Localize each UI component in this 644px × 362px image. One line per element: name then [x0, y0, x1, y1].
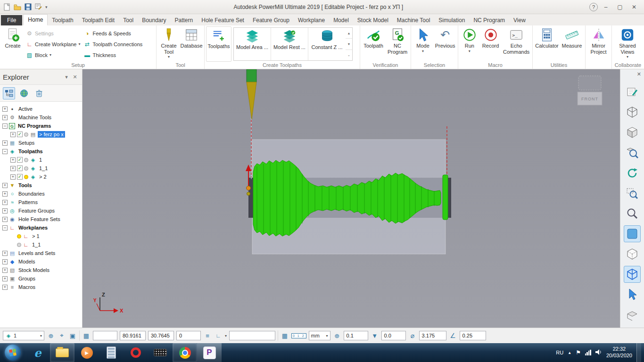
expand-icon[interactable]: + [2, 217, 8, 222]
coordinate-z-field[interactable]: 0 [176, 331, 201, 340]
coordinate-list-icon[interactable]: ≡ [203, 332, 212, 339]
collapse-icon[interactable]: − [2, 149, 8, 154]
expand-icon[interactable]: + [2, 191, 8, 197]
tree-item-nc-programs[interactable]: −GNC Programs [0, 122, 82, 130]
tree-item-setups[interactable]: +▦Setups [0, 139, 82, 147]
block-status-icon[interactable]: ▦ [281, 332, 289, 339]
expand-icon[interactable]: + [2, 200, 8, 205]
check-icon[interactable]: ✓ [17, 157, 23, 163]
selection-previous-button[interactable]: ↶ Previous [434, 26, 456, 62]
visibility-bulb-icon[interactable] [17, 243, 21, 247]
check-icon[interactable]: ✓ [17, 174, 23, 180]
expand-icon[interactable]: + [10, 166, 16, 171]
network-icon[interactable] [585, 350, 591, 355]
tip-radius-icon[interactable]: ∠ [449, 332, 457, 339]
settings-button[interactable]: ⚙ Settings [25, 29, 82, 38]
ruler-icon[interactable]: 0 1 2 [291, 333, 306, 338]
zoom-to-fit-button[interactable] [624, 144, 641, 161]
calculator-button[interactable]: Calculator [534, 26, 560, 62]
shared-views-button[interactable]: Shared Views ▾ [613, 26, 642, 62]
collapse-icon[interactable]: − [2, 123, 8, 129]
active-toolpath-combo[interactable]: ◈ 1 ▾ [3, 331, 44, 340]
tab-model[interactable]: Model [329, 15, 353, 25]
tab-home[interactable]: Home [23, 14, 48, 25]
wireframe-display-button[interactable] [624, 266, 641, 283]
collapse-icon[interactable]: − [2, 225, 8, 230]
graphics-viewport[interactable]: FRONT [83, 69, 620, 328]
gallery-scroll-down-icon[interactable]: ▼ [346, 39, 352, 49]
tree-item-tools[interactable]: +▼Tools [0, 181, 82, 189]
tab-simulation[interactable]: Simulation [434, 15, 469, 25]
thickness-tool-icon[interactable]: ▼ [371, 332, 379, 339]
tab-toolpath[interactable]: Toolpath [48, 15, 77, 25]
tab-workplane[interactable]: Workplane [294, 15, 329, 25]
viewport-scene[interactable]: FRONT [83, 69, 620, 328]
new-project-icon[interactable] [4, 3, 10, 11]
tab-hole-feature-set[interactable]: Hole Feature Set [197, 15, 248, 25]
thickness-field[interactable]: 0.0 [381, 331, 406, 340]
hidden-line-view-button[interactable] [624, 246, 641, 263]
gallery-expand-icon[interactable]: ⌄ [346, 50, 352, 60]
save-project-icon[interactable] [25, 3, 32, 10]
tab-machine-tool[interactable]: Machine Tool [393, 15, 435, 25]
tip-radius-field[interactable]: 0.25 [460, 331, 486, 340]
tray-flag-icon[interactable]: ⚑ [576, 349, 581, 356]
tree-item-toolpaths[interactable]: −◈Toolpaths [0, 147, 82, 156]
tool-database-button[interactable]: Database [180, 26, 203, 62]
taskbar-powermill[interactable]: P [197, 343, 222, 362]
visibility-bulb-on-icon[interactable] [24, 175, 28, 179]
tab-feature-group[interactable]: Feature Group [248, 15, 294, 25]
show-desktop-button[interactable] [636, 343, 641, 362]
close-button[interactable]: ✕ [628, 2, 640, 12]
verify-nc-program-button[interactable]: G NC Program [386, 26, 409, 62]
tab-view[interactable]: View [509, 15, 530, 25]
help-button[interactable]: ? [589, 3, 598, 11]
taskbar-chrome[interactable] [173, 343, 197, 362]
shaded-cube-button[interactable] [624, 124, 641, 141]
expand-icon[interactable]: + [2, 285, 8, 290]
tree-item-toolpath-1-1[interactable]: +✓◈1_1 [0, 164, 82, 173]
tab-nc-program[interactable]: NC Program [469, 15, 509, 25]
minimize-button[interactable]: – [600, 2, 612, 12]
tree-item-patterns[interactable]: +≈Patterns [0, 198, 82, 206]
tree-item-machine-tools[interactable]: +⚙Machine Tools [0, 113, 82, 122]
active-workplane-field[interactable] [229, 331, 275, 340]
coordinate-x-field[interactable]: 80.9161 [120, 331, 146, 340]
tab-file[interactable]: File [1, 15, 22, 25]
explorer-delete-button[interactable] [33, 87, 45, 99]
grid-size-field[interactable] [93, 331, 117, 340]
taskbar-clock[interactable]: 22:32 20/03/2020 [606, 346, 632, 359]
partial-bottom-button[interactable] [624, 306, 641, 323]
tree-item-toolpath-1[interactable]: +✓◈1 [0, 156, 82, 164]
zoom-button[interactable] [624, 205, 641, 222]
tree-item-ferz-po-x[interactable]: +✓▤> ferz po x [0, 130, 82, 139]
gallery-item-constant-z[interactable]: Constant Z ... [308, 28, 346, 60]
shaded-display-button[interactable] [624, 225, 641, 242]
cursor-orientation-toggle-icon[interactable]: ⌖ [58, 332, 66, 339]
expand-icon[interactable]: + [2, 107, 8, 112]
workplane-mini-icon[interactable]: ∟ [214, 333, 223, 338]
cursor-position-toggle-icon[interactable]: ⊕ [47, 332, 55, 339]
select-cursor-button[interactable] [624, 286, 641, 303]
expand-icon[interactable]: + [2, 183, 8, 188]
tree-item-boundaries[interactable]: +○Boundaries [0, 189, 82, 198]
tab-toolpath-edit[interactable]: Toolpath Edit [78, 15, 119, 25]
tab-boundary[interactable]: Boundary [138, 15, 170, 25]
explorer-web-button[interactable] [18, 87, 30, 99]
zoom-window-button[interactable] [624, 185, 641, 202]
tab-stock-model[interactable]: Stock Model [353, 15, 393, 25]
verify-toolpath-button[interactable]: Toolpath [362, 26, 385, 62]
tree-item-workplane-1-1[interactable]: ∟1_1 [0, 240, 82, 249]
tolerance-field[interactable]: 0.1 [344, 331, 368, 340]
thickness-button[interactable]: ▬ Thickness [82, 50, 144, 59]
tree-item-models[interactable]: +◆Models [0, 257, 82, 266]
visibility-bulb-icon[interactable] [24, 158, 28, 162]
expand-icon[interactable]: + [2, 259, 8, 264]
units-combo[interactable]: mm ▾ [309, 331, 330, 340]
tree-item-toolpath-2[interactable]: +✓◈> 2 [0, 173, 82, 181]
explorer-close-icon[interactable]: ✕ [71, 74, 79, 80]
explorer-tree-view-button[interactable] [3, 87, 15, 99]
gallery-item-model-area[interactable]: Model Area ... [234, 28, 271, 60]
expand-icon[interactable]: + [10, 174, 16, 180]
taskbar-keyboard[interactable] [148, 343, 173, 362]
